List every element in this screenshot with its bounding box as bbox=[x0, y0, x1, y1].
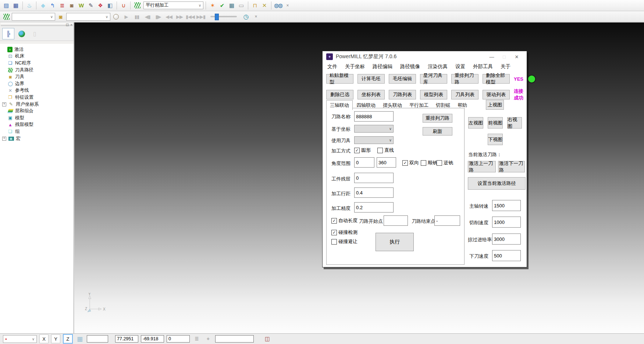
grid-icon[interactable]: ▦ bbox=[75, 334, 84, 343]
plunge-speed-input[interactable] bbox=[492, 250, 521, 261]
use-tool-dropdown[interactable]: ∨ bbox=[354, 136, 394, 144]
tree-item-levels[interactable]: 层和组合 bbox=[2, 108, 74, 115]
verify-icon[interactable]: ✔ bbox=[218, 1, 227, 10]
tree-item-workplanes[interactable]: + ✎ 用户坐标系 bbox=[2, 101, 74, 108]
execute-button[interactable]: 执行 bbox=[376, 233, 414, 251]
bidirectional-checkbox[interactable]: 双向 bbox=[402, 159, 419, 166]
tree-item-nc-programs[interactable]: ❏ NC程序 bbox=[2, 60, 74, 67]
stepover-input[interactable] bbox=[354, 187, 394, 198]
rewind-icon[interactable]: ◀◀ bbox=[164, 12, 174, 21]
menu-file[interactable]: 文件 bbox=[327, 63, 337, 70]
tree-item-boundaries[interactable]: ◯ 边界 bbox=[2, 80, 74, 87]
menu-about-coords[interactable]: 关于坐标 bbox=[345, 63, 365, 70]
menu-path-edit[interactable]: 路径编辑 bbox=[373, 63, 392, 70]
sim-toolbar-close-icon[interactable]: × bbox=[252, 12, 260, 21]
checkbox-icon[interactable] bbox=[402, 160, 408, 166]
conventional-checkbox[interactable]: 逆铣 bbox=[437, 159, 453, 166]
expand-icon[interactable]: + bbox=[2, 137, 6, 141]
toolpath-spring-icon[interactable] bbox=[133, 1, 142, 10]
delete-selected-button[interactable]: 删除已选 bbox=[326, 90, 353, 99]
checkbox-icon[interactable] bbox=[331, 239, 337, 245]
ruler-icon[interactable]: ▭ bbox=[237, 1, 246, 10]
toolbar-close-icon[interactable]: × bbox=[283, 1, 292, 10]
go-end-icon[interactable]: ▶▶▮ bbox=[196, 12, 206, 21]
coord-list-button[interactable]: 坐标列表 bbox=[357, 90, 385, 99]
left-view-button[interactable]: 左视图 bbox=[468, 117, 483, 129]
collision-avoid-checkbox[interactable]: 碰撞避让 bbox=[331, 238, 357, 245]
nc-program-list-icon[interactable]: ≣ bbox=[58, 1, 67, 10]
based-coord-dropdown[interactable]: ∨ bbox=[354, 125, 394, 133]
pattern-points-icon[interactable]: ❖ bbox=[96, 1, 105, 10]
workplane-dropdown[interactable]: ● ∨ bbox=[3, 335, 37, 343]
save-project-icon[interactable]: ▦ bbox=[11, 1, 20, 10]
play-icon[interactable]: ▶ bbox=[121, 12, 131, 21]
activate-next-toolpath-button[interactable]: 激活下一刀路 bbox=[498, 161, 525, 172]
maximize-icon[interactable]: □ bbox=[498, 54, 510, 60]
angle-end-input[interactable] bbox=[377, 157, 396, 168]
float-panel-icon[interactable]: ⊡ bbox=[66, 23, 69, 27]
front-view-button[interactable]: 前视图 bbox=[488, 117, 503, 129]
sim-toolpath-dropdown[interactable]: ∨ bbox=[12, 13, 55, 21]
tool-list-button[interactable]: 刀具列表 bbox=[451, 90, 478, 99]
block-edit-button[interactable]: 毛坯编辑 bbox=[389, 74, 416, 84]
explorer-globe-tab[interactable] bbox=[15, 28, 28, 39]
angle-start-input[interactable] bbox=[354, 157, 374, 168]
set-active-path-button[interactable]: 设置当前激活路径 bbox=[468, 177, 526, 190]
measure-field[interactable] bbox=[215, 335, 254, 343]
fast-forward-icon[interactable]: ▶▶ bbox=[175, 12, 184, 21]
coord-y-field[interactable] bbox=[141, 335, 164, 343]
print-pot-icon[interactable]: ♨ bbox=[25, 1, 34, 10]
drive-list-button[interactable]: 驱动列表 bbox=[483, 90, 510, 99]
checkbox-icon[interactable] bbox=[331, 230, 337, 235]
calculator-icon[interactable]: ▦ bbox=[227, 1, 236, 10]
tool-drop-icon[interactable]: ∪ bbox=[119, 1, 128, 10]
menu-external-tools[interactable]: 外部工具 bbox=[473, 63, 493, 70]
pattern-edit-icon[interactable]: ✎ bbox=[86, 1, 95, 10]
cutting-speed-input[interactable] bbox=[492, 217, 521, 228]
paste-new-model-button[interactable]: 粘贴新模型 bbox=[326, 74, 353, 84]
menu-settings[interactable]: 设置 bbox=[455, 63, 465, 70]
xyz-list-icon[interactable]: ☰ bbox=[192, 334, 201, 343]
tree-item-toolpaths[interactable]: 刀具路径 bbox=[2, 67, 74, 74]
tree-item-activate[interactable]: › 激活 bbox=[2, 46, 74, 53]
tree-item-groups[interactable]: ❏ 组 bbox=[2, 128, 74, 135]
go-start-icon[interactable]: ▮◀◀ bbox=[185, 12, 195, 21]
axis-x-button[interactable]: X bbox=[39, 334, 49, 343]
locate-icon[interactable]: ⌖ bbox=[204, 334, 213, 343]
tree-item-tools[interactable]: ◙ 刀具 bbox=[2, 73, 74, 80]
toolpath-list-button[interactable]: 刀路列表 bbox=[389, 90, 416, 99]
toolpath-name-input[interactable] bbox=[354, 111, 394, 122]
checkbox-icon[interactable] bbox=[377, 148, 383, 153]
skim-feed-input[interactable] bbox=[492, 234, 521, 245]
start-point-input[interactable] bbox=[384, 215, 408, 226]
line-checkbox[interactable]: 直线 bbox=[377, 147, 394, 154]
panel-grip[interactable]: ⊡ × bbox=[0, 23, 74, 26]
refresh-button[interactable]: 刷新 bbox=[423, 127, 452, 136]
minimize-icon[interactable]: — bbox=[485, 54, 498, 60]
rearrange-toolpath-button[interactable]: 重排列刀路 bbox=[451, 74, 478, 84]
explorer-tree-tab[interactable]: ╠ bbox=[2, 28, 14, 39]
tool-library-button[interactable]: 星河刀具库 bbox=[420, 74, 447, 84]
tree-item-stock-models[interactable]: ▲ 残留模型 bbox=[2, 122, 74, 129]
cylinder-pair-icon[interactable]: ◍◍ bbox=[274, 1, 282, 10]
axis-y-button[interactable]: Y bbox=[51, 334, 60, 343]
transform-icon[interactable]: ✕ bbox=[260, 1, 269, 10]
boundary-icon[interactable]: W bbox=[77, 1, 86, 10]
step-forward-icon[interactable]: ▮▶ bbox=[153, 12, 163, 21]
checkbox-icon[interactable] bbox=[421, 160, 426, 166]
slider-knob[interactable] bbox=[215, 14, 219, 20]
lightbulb-icon[interactable] bbox=[111, 12, 120, 21]
open-project-icon[interactable]: ▨ bbox=[2, 1, 11, 10]
clock-icon[interactable]: ◷ bbox=[242, 12, 250, 21]
block-icon[interactable]: ◆ bbox=[39, 1, 47, 10]
close-panel-icon[interactable]: × bbox=[70, 23, 72, 27]
tree-item-feature-sets[interactable]: ❒ 特征设置 bbox=[2, 94, 74, 101]
toolpath-strategy-icon[interactable]: ↰ bbox=[48, 1, 57, 10]
pause-icon[interactable]: ▮▮ bbox=[132, 12, 142, 21]
pager-icon[interactable]: ◫ bbox=[263, 334, 272, 343]
step-back-icon[interactable]: ◀▮ bbox=[143, 12, 152, 21]
coord-x-field[interactable] bbox=[115, 335, 138, 343]
circle-checkbox[interactable]: 圆形 bbox=[354, 147, 371, 154]
tree-item-machine[interactable]: ⊡ 机床 bbox=[2, 53, 74, 60]
right-view-button[interactable]: 右视图 bbox=[507, 117, 522, 129]
